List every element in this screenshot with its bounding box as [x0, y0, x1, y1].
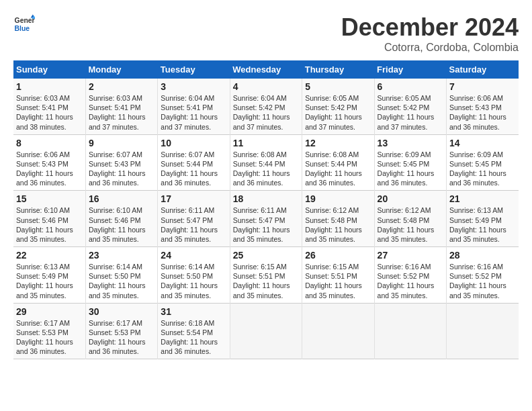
day-of-week-header: Monday — [85, 60, 157, 79]
calendar-day-cell: 28Sunrise: 6:16 AM Sunset: 5:52 PM Dayli… — [447, 247, 519, 304]
day-number: 25 — [233, 250, 299, 261]
day-number: 11 — [233, 138, 299, 148]
calendar-day-cell: 7Sunrise: 6:06 AM Sunset: 5:43 PM Daylig… — [447, 79, 519, 134]
calendar-day-cell: 22Sunrise: 6:13 AM Sunset: 5:49 PM Dayli… — [13, 247, 85, 304]
day-info: Sunrise: 6:12 AM Sunset: 5:48 PM Dayligh… — [378, 205, 443, 244]
calendar-body: 1Sunrise: 6:03 AM Sunset: 5:41 PM Daylig… — [13, 79, 519, 359]
day-number: 23 — [89, 250, 154, 261]
calendar-week-row: 8Sunrise: 6:06 AM Sunset: 5:43 PM Daylig… — [13, 134, 519, 191]
day-info: Sunrise: 6:04 AM Sunset: 5:42 PM Dayligh… — [233, 93, 299, 132]
calendar-day-cell: 23Sunrise: 6:14 AM Sunset: 5:50 PM Dayli… — [85, 247, 157, 304]
day-of-week-header: Thursday — [302, 60, 374, 79]
day-info: Sunrise: 6:08 AM Sunset: 5:44 PM Dayligh… — [233, 150, 299, 188]
day-number: 12 — [305, 138, 371, 148]
svg-text:Blue: Blue — [15, 25, 30, 32]
title-block: December 2024 Cotorra, Cordoba, Colombia — [341, 13, 519, 54]
calendar-table: SundayMondayTuesdayWednesdayThursdayFrid… — [13, 60, 519, 359]
day-number: 24 — [161, 250, 226, 261]
calendar-header-row: SundayMondayTuesdayWednesdayThursdayFrid… — [13, 60, 519, 79]
day-number: 3 — [161, 81, 226, 92]
day-number: 28 — [449, 250, 516, 261]
day-of-week-header: Tuesday — [158, 60, 230, 79]
calendar-day-cell: 9Sunrise: 6:07 AM Sunset: 5:43 PM Daylig… — [85, 134, 157, 191]
calendar-subtitle: Cotorra, Cordoba, Colombia — [341, 42, 519, 54]
day-info: Sunrise: 6:13 AM Sunset: 5:49 PM Dayligh… — [449, 205, 516, 244]
calendar-week-row: 1Sunrise: 6:03 AM Sunset: 5:41 PM Daylig… — [13, 79, 519, 134]
day-info: Sunrise: 6:05 AM Sunset: 5:42 PM Dayligh… — [378, 93, 443, 132]
calendar-day-cell: 20Sunrise: 6:12 AM Sunset: 5:48 PM Dayli… — [374, 191, 446, 247]
day-info: Sunrise: 6:04 AM Sunset: 5:41 PM Dayligh… — [161, 93, 226, 132]
calendar-day-cell: 17Sunrise: 6:11 AM Sunset: 5:47 PM Dayli… — [158, 191, 230, 247]
calendar-day-cell: 3Sunrise: 6:04 AM Sunset: 5:41 PM Daylig… — [158, 79, 230, 134]
day-info: Sunrise: 6:11 AM Sunset: 5:47 PM Dayligh… — [161, 205, 226, 244]
logo: General Blue — [13, 13, 35, 35]
day-info: Sunrise: 6:07 AM Sunset: 5:44 PM Dayligh… — [161, 150, 226, 188]
day-number: 17 — [161, 193, 226, 204]
calendar-day-cell: 16Sunrise: 6:10 AM Sunset: 5:46 PM Dayli… — [85, 191, 157, 247]
calendar-day-cell — [447, 303, 519, 359]
day-number: 10 — [161, 138, 226, 148]
day-number: 9 — [89, 138, 154, 148]
calendar-day-cell: 18Sunrise: 6:11 AM Sunset: 5:47 PM Dayli… — [230, 191, 302, 247]
day-info: Sunrise: 6:15 AM Sunset: 5:51 PM Dayligh… — [233, 262, 299, 300]
day-number: 21 — [449, 193, 516, 204]
day-info: Sunrise: 6:16 AM Sunset: 5:52 PM Dayligh… — [378, 262, 443, 300]
calendar-day-cell: 13Sunrise: 6:09 AM Sunset: 5:45 PM Dayli… — [374, 134, 446, 191]
day-of-week-header: Saturday — [447, 60, 519, 79]
day-of-week-header: Friday — [374, 60, 446, 79]
page-header: General Blue December 2024 Cotorra, Cord… — [13, 13, 519, 54]
day-info: Sunrise: 6:06 AM Sunset: 5:43 PM Dayligh… — [16, 150, 83, 188]
calendar-day-cell — [302, 303, 374, 359]
day-info: Sunrise: 6:07 AM Sunset: 5:43 PM Dayligh… — [89, 150, 154, 188]
day-number: 15 — [16, 193, 83, 204]
day-info: Sunrise: 6:10 AM Sunset: 5:46 PM Dayligh… — [16, 205, 83, 244]
calendar-day-cell: 2Sunrise: 6:03 AM Sunset: 5:41 PM Daylig… — [85, 79, 157, 134]
calendar-day-cell — [230, 303, 302, 359]
calendar-day-cell: 25Sunrise: 6:15 AM Sunset: 5:51 PM Dayli… — [230, 247, 302, 304]
day-number: 19 — [305, 193, 371, 204]
calendar-day-cell: 14Sunrise: 6:09 AM Sunset: 5:45 PM Dayli… — [447, 134, 519, 191]
day-info: Sunrise: 6:17 AM Sunset: 5:53 PM Dayligh… — [89, 318, 154, 357]
day-number: 22 — [16, 250, 83, 261]
calendar-day-cell: 1Sunrise: 6:03 AM Sunset: 5:41 PM Daylig… — [13, 79, 85, 134]
day-info: Sunrise: 6:14 AM Sunset: 5:50 PM Dayligh… — [161, 262, 226, 300]
day-info: Sunrise: 6:09 AM Sunset: 5:45 PM Dayligh… — [378, 150, 443, 188]
calendar-day-cell: 24Sunrise: 6:14 AM Sunset: 5:50 PM Dayli… — [158, 247, 230, 304]
day-info: Sunrise: 6:11 AM Sunset: 5:47 PM Dayligh… — [233, 205, 299, 244]
day-info: Sunrise: 6:15 AM Sunset: 5:51 PM Dayligh… — [305, 262, 371, 300]
day-number: 29 — [16, 306, 83, 317]
day-number: 4 — [233, 81, 299, 92]
day-number: 27 — [378, 250, 443, 261]
calendar-day-cell: 26Sunrise: 6:15 AM Sunset: 5:51 PM Dayli… — [302, 247, 374, 304]
calendar-day-cell: 30Sunrise: 6:17 AM Sunset: 5:53 PM Dayli… — [85, 303, 157, 359]
day-of-week-header: Sunday — [13, 60, 85, 79]
calendar-day-cell — [374, 303, 446, 359]
calendar-day-cell: 12Sunrise: 6:08 AM Sunset: 5:44 PM Dayli… — [302, 134, 374, 191]
calendar-week-row: 22Sunrise: 6:13 AM Sunset: 5:49 PM Dayli… — [13, 247, 519, 304]
calendar-week-row: 15Sunrise: 6:10 AM Sunset: 5:46 PM Dayli… — [13, 191, 519, 247]
day-info: Sunrise: 6:13 AM Sunset: 5:49 PM Dayligh… — [16, 262, 83, 300]
day-number: 13 — [378, 138, 443, 148]
day-number: 20 — [378, 193, 443, 204]
calendar-title: December 2024 — [341, 13, 519, 42]
day-info: Sunrise: 6:05 AM Sunset: 5:42 PM Dayligh… — [305, 93, 371, 132]
day-info: Sunrise: 6:14 AM Sunset: 5:50 PM Dayligh… — [89, 262, 154, 300]
calendar-week-row: 29Sunrise: 6:17 AM Sunset: 5:53 PM Dayli… — [13, 303, 519, 359]
calendar-day-cell: 4Sunrise: 6:04 AM Sunset: 5:42 PM Daylig… — [230, 79, 302, 134]
day-info: Sunrise: 6:03 AM Sunset: 5:41 PM Dayligh… — [89, 93, 154, 132]
calendar-day-cell: 27Sunrise: 6:16 AM Sunset: 5:52 PM Dayli… — [374, 247, 446, 304]
calendar-day-cell: 29Sunrise: 6:17 AM Sunset: 5:53 PM Dayli… — [13, 303, 85, 359]
day-info: Sunrise: 6:18 AM Sunset: 5:54 PM Dayligh… — [161, 318, 226, 357]
day-number: 5 — [305, 81, 371, 92]
day-info: Sunrise: 6:09 AM Sunset: 5:45 PM Dayligh… — [449, 150, 516, 188]
calendar-day-cell: 6Sunrise: 6:05 AM Sunset: 5:42 PM Daylig… — [374, 79, 446, 134]
day-info: Sunrise: 6:10 AM Sunset: 5:46 PM Dayligh… — [89, 205, 154, 244]
day-info: Sunrise: 6:08 AM Sunset: 5:44 PM Dayligh… — [305, 150, 371, 188]
day-number: 26 — [305, 250, 371, 261]
day-number: 6 — [378, 81, 443, 92]
day-info: Sunrise: 6:16 AM Sunset: 5:52 PM Dayligh… — [449, 262, 516, 300]
calendar-day-cell: 15Sunrise: 6:10 AM Sunset: 5:46 PM Dayli… — [13, 191, 85, 247]
day-info: Sunrise: 6:12 AM Sunset: 5:48 PM Dayligh… — [305, 205, 371, 244]
svg-text:General: General — [15, 17, 35, 24]
calendar-day-cell: 10Sunrise: 6:07 AM Sunset: 5:44 PM Dayli… — [158, 134, 230, 191]
